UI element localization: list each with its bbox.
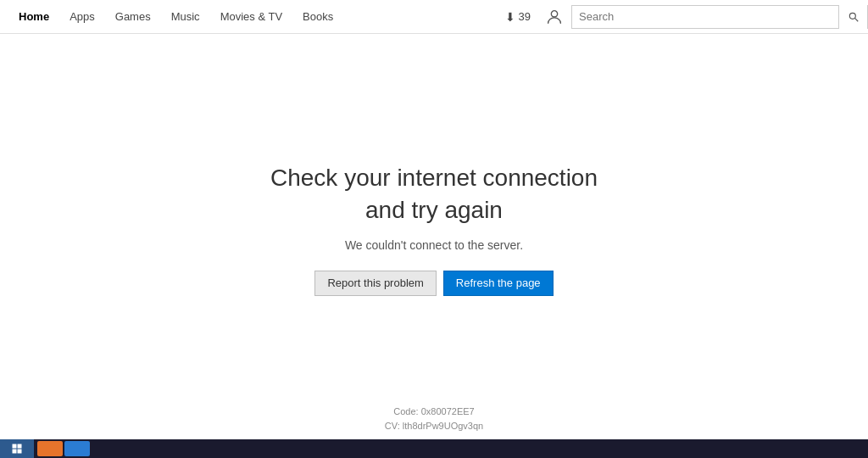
nav-item-music[interactable]: Music xyxy=(161,0,210,34)
user-account-button[interactable] xyxy=(541,3,568,31)
nav-item-games[interactable]: Games xyxy=(105,0,161,34)
footer-codes: Code: 0x80072EE7 CV: lth8drPw9UOgv3qn xyxy=(385,405,483,434)
download-icon: ⬇ xyxy=(505,10,515,24)
nav-item-books[interactable]: Books xyxy=(292,0,343,34)
svg-rect-6 xyxy=(18,450,22,454)
svg-rect-5 xyxy=(13,450,17,454)
header-right: ⬇ 39 xyxy=(498,3,868,31)
svg-rect-4 xyxy=(18,444,22,449)
error-title-line2: and try again xyxy=(270,194,598,226)
start-button[interactable] xyxy=(0,439,34,458)
report-problem-button[interactable]: Report this problem xyxy=(314,271,436,296)
search-input[interactable] xyxy=(572,6,838,28)
search-icon xyxy=(848,11,860,23)
action-buttons: Report this problem Refresh the page xyxy=(314,271,553,296)
cv-code: CV: lth8drPw9UOgv3qn xyxy=(385,419,483,434)
error-subtitle: We couldn't connect to the server. xyxy=(345,238,523,252)
windows-icon xyxy=(12,444,22,454)
download-count: 39 xyxy=(519,10,531,23)
svg-rect-3 xyxy=(13,444,17,449)
search-box xyxy=(571,5,868,29)
nav-item-apps[interactable]: Apps xyxy=(59,0,105,34)
download-badge[interactable]: ⬇ 39 xyxy=(498,10,537,24)
svg-line-2 xyxy=(854,18,858,21)
taskbar xyxy=(0,439,868,458)
taskbar-app-orange[interactable] xyxy=(37,441,63,456)
refresh-page-button[interactable]: Refresh the page xyxy=(443,271,554,296)
taskbar-apps xyxy=(34,441,93,456)
svg-point-0 xyxy=(551,10,557,16)
nav-item-movies-tv[interactable]: Movies & TV xyxy=(210,0,292,34)
nav-bar: Home Apps Games Music Movies & TV Books xyxy=(8,0,498,34)
main-content: Check your internet connection and try a… xyxy=(0,34,868,458)
taskbar-app-blue[interactable] xyxy=(64,441,90,456)
search-button[interactable] xyxy=(838,5,867,29)
app-header: Home Apps Games Music Movies & TV Books … xyxy=(0,0,868,34)
user-icon xyxy=(545,8,564,26)
error-title: Check your internet connection and try a… xyxy=(270,162,598,226)
nav-item-home[interactable]: Home xyxy=(8,0,59,34)
error-title-line1: Check your internet connection xyxy=(270,162,598,194)
svg-point-1 xyxy=(849,13,855,19)
error-code: Code: 0x80072EE7 xyxy=(385,405,483,420)
